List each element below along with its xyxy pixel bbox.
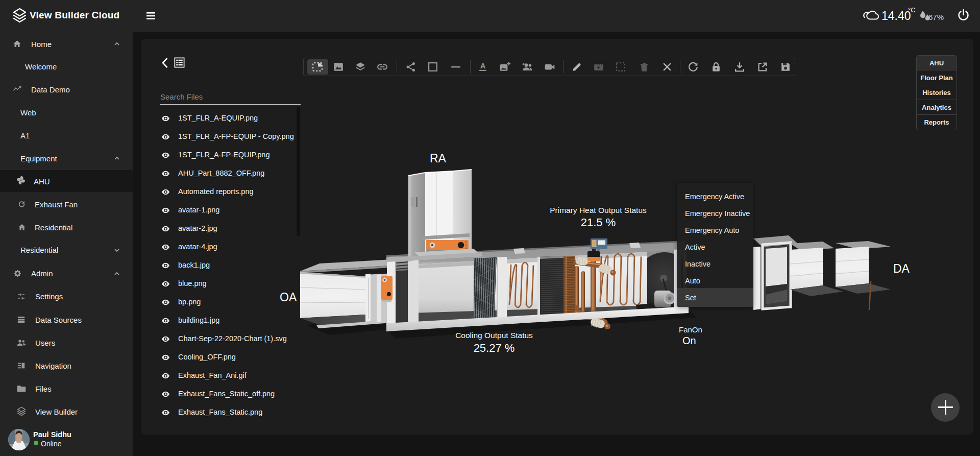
svg-text:A: A: [480, 62, 486, 70]
